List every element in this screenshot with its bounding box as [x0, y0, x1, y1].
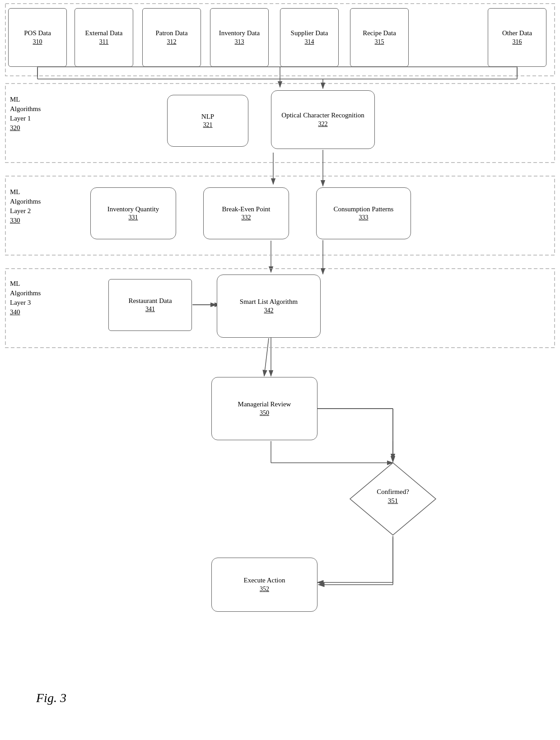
inventory-data-label: Inventory Data [219, 29, 260, 38]
pos-data-box: POS Data 310 [8, 8, 67, 67]
inventory-data-ref: 313 [235, 38, 244, 46]
restaurant-data-label: Restaurant Data [128, 297, 172, 306]
supplier-data-ref: 314 [305, 38, 314, 46]
nlp-label: NLP [201, 112, 214, 121]
managerial-review-box: Managerial Review 350 [211, 377, 317, 440]
ocr-box: Optical Character Recognition 322 [271, 90, 375, 149]
recipe-data-box: Recipe Data 315 [350, 8, 409, 67]
ml-layer1-label: ML Algorithms Layer 1 320 [10, 95, 41, 133]
execute-action-label: Execute Action [243, 576, 285, 585]
nlp-ref: 321 [203, 121, 213, 129]
breakeven-ref: 332 [242, 214, 251, 222]
breakeven-box: Break-Even Point 332 [203, 187, 289, 239]
ocr-label: Optical Character Recognition [281, 111, 364, 120]
smart-list-ref: 342 [264, 307, 274, 315]
execute-action-ref: 352 [260, 585, 269, 593]
supplier-data-box: Supplier Data 314 [280, 8, 339, 67]
inventory-data-box: Inventory Data 313 [210, 8, 269, 67]
pos-data-ref: 310 [33, 38, 42, 46]
breakeven-label: Break-Even Point [222, 205, 270, 214]
ml-layer3-label: ML Algorithms Layer 3 340 [10, 279, 41, 317]
other-data-box: Other Data 316 [488, 8, 546, 67]
diagram-container: POS Data 310 External Data 311 Patron Da… [0, 0, 560, 740]
smart-list-label: Smart List Algorithm [240, 298, 298, 307]
recipe-data-ref: 315 [375, 38, 384, 46]
nlp-box: NLP 321 [167, 95, 248, 147]
pos-data-label: POS Data [24, 29, 51, 38]
patron-data-ref: 312 [167, 38, 177, 46]
external-data-box: External Data 311 [75, 8, 133, 67]
inv-qty-label: Inventory Quantity [107, 205, 159, 214]
managerial-review-label: Managerial Review [238, 400, 291, 409]
supplier-data-label: Supplier Data [291, 29, 328, 38]
restaurant-data-box: Restaurant Data 341 [108, 279, 192, 331]
confirmed-label: Confirmed? 351 [348, 488, 438, 505]
inv-qty-ref: 331 [129, 214, 138, 222]
svg-line-31 [264, 338, 269, 376]
inv-qty-box: Inventory Quantity 331 [90, 187, 176, 239]
consumption-ref: 333 [359, 214, 369, 222]
consumption-box: Consumption Patterns 333 [316, 187, 411, 239]
ml-layer2-label: ML Algorithms Layer 2 330 [10, 187, 41, 225]
external-data-label: External Data [85, 29, 123, 38]
recipe-data-label: Recipe Data [363, 29, 396, 38]
patron-data-label: Patron Data [155, 29, 187, 38]
managerial-review-ref: 350 [260, 409, 269, 417]
confirmed-diamond-wrapper: Confirmed? 351 [348, 461, 438, 537]
ocr-ref: 322 [318, 120, 328, 128]
restaurant-data-ref: 341 [145, 305, 155, 313]
smart-list-box: Smart List Algorithm 342 [217, 275, 321, 338]
other-data-label: Other Data [502, 29, 532, 38]
execute-action-box: Execute Action 352 [211, 558, 317, 612]
other-data-ref: 316 [513, 38, 522, 46]
consumption-label: Consumption Patterns [334, 205, 394, 214]
patron-data-box: Patron Data 312 [142, 8, 201, 67]
external-data-ref: 311 [99, 38, 108, 46]
fig-label: Fig. 3 [36, 691, 66, 705]
